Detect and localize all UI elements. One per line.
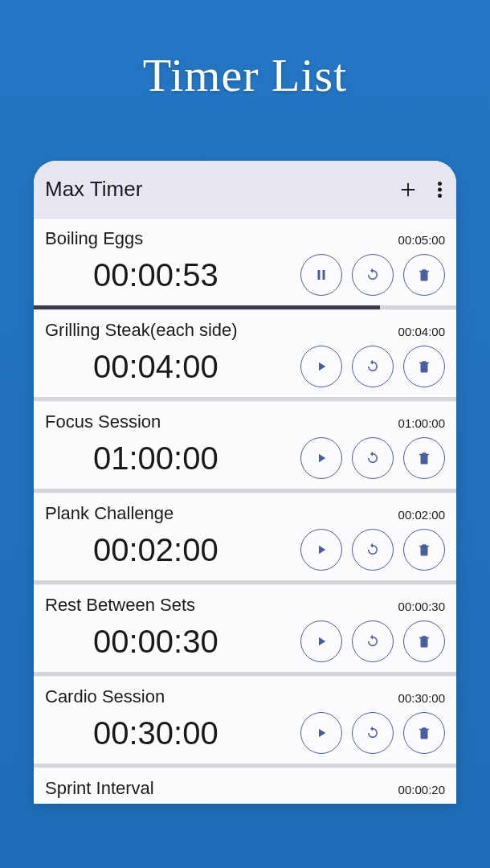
trash-icon <box>417 359 431 374</box>
plus-icon <box>399 181 417 199</box>
timer-item: Plank Challenge 00:02:00 00:02:00 <box>34 493 456 585</box>
delete-button[interactable] <box>403 712 445 754</box>
timer-list[interactable]: Boiling Eggs 00:05:00 00:00:53 <box>34 219 456 799</box>
svg-point-0 <box>438 182 442 186</box>
timer-body: 00:00:53 <box>45 254 445 305</box>
reset-button[interactable] <box>352 712 394 754</box>
timer-item-header: Cardio Session 00:30:00 <box>45 686 445 707</box>
page-title: Timer List <box>0 0 490 102</box>
reset-icon <box>365 542 380 557</box>
timer-duration: 00:02:00 <box>398 508 445 522</box>
timer-body: 00:02:00 <box>45 529 445 580</box>
timer-name: Cardio Session <box>45 686 165 707</box>
progress-bar <box>34 580 456 584</box>
menu-button[interactable] <box>438 182 442 198</box>
progress-bar <box>34 397 456 401</box>
add-timer-button[interactable] <box>399 181 417 199</box>
svg-point-1 <box>438 187 442 191</box>
timer-current: 00:30:00 <box>45 715 218 751</box>
delete-button[interactable] <box>403 254 445 296</box>
pause-icon <box>314 268 329 282</box>
reset-icon <box>365 634 380 649</box>
timer-duration: 00:04:00 <box>398 325 445 338</box>
timer-controls <box>300 620 445 662</box>
play-button[interactable] <box>300 620 342 662</box>
timer-current: 00:04:00 <box>45 349 218 385</box>
timer-item-header: Focus Session 01:00:00 <box>45 411 445 432</box>
timer-body: 00:04:00 <box>45 346 445 397</box>
timer-name: Boiling Eggs <box>45 228 143 249</box>
play-icon <box>314 542 329 557</box>
play-icon <box>314 726 329 740</box>
timer-item: Grilling Steak(each side) 00:04:00 00:04… <box>34 310 456 402</box>
header-actions <box>399 181 442 199</box>
timer-item-header: Sprint Interval 00:00:20 <box>45 778 445 799</box>
timer-item: Cardio Session 00:30:00 00:30:00 <box>34 677 456 768</box>
timer-item: Rest Between Sets 00:00:30 00:00:30 <box>34 585 456 677</box>
timer-name: Focus Session <box>45 411 161 432</box>
kebab-menu-icon <box>438 182 442 198</box>
timer-current: 01:00:00 <box>45 440 218 477</box>
delete-button[interactable] <box>403 437 445 479</box>
phone-frame: Max Timer Boiling Eggs 00:05:00 00:00:5 <box>34 161 456 804</box>
progress-fill <box>34 305 380 309</box>
delete-button[interactable] <box>403 346 445 387</box>
timer-item: Boiling Eggs 00:05:00 00:00:53 <box>34 219 456 310</box>
timer-body: 00:30:00 <box>45 712 445 764</box>
timer-body: 01:00:00 <box>45 437 445 489</box>
reset-icon <box>365 451 380 465</box>
timer-item-header: Grilling Steak(each side) 00:04:00 <box>45 320 445 341</box>
trash-icon <box>417 726 431 740</box>
reset-icon <box>365 726 380 740</box>
timer-controls <box>300 712 445 754</box>
reset-button[interactable] <box>352 620 394 662</box>
app-title: Max Timer <box>45 177 142 202</box>
app-header: Max Timer <box>34 161 456 219</box>
reset-icon <box>365 268 380 282</box>
timer-controls <box>300 254 445 296</box>
trash-icon <box>417 268 431 282</box>
play-icon <box>314 359 329 374</box>
timer-duration: 00:05:00 <box>398 233 445 247</box>
play-button[interactable] <box>300 529 342 571</box>
delete-button[interactable] <box>403 529 445 571</box>
timer-controls <box>300 437 445 479</box>
timer-name: Rest Between Sets <box>45 595 195 616</box>
timer-controls <box>300 346 445 387</box>
timer-duration: 00:00:20 <box>398 783 445 796</box>
progress-bar <box>34 305 456 309</box>
reset-icon <box>365 359 380 374</box>
timer-name: Sprint Interval <box>45 778 154 799</box>
play-icon <box>314 451 329 465</box>
play-button[interactable] <box>300 437 342 479</box>
timer-duration: 01:00:00 <box>398 416 445 430</box>
play-icon <box>314 634 329 649</box>
reset-button[interactable] <box>352 254 394 296</box>
timer-current: 00:00:30 <box>45 624 218 660</box>
pause-button[interactable] <box>300 254 342 296</box>
reset-button[interactable] <box>352 437 394 479</box>
timer-current: 00:02:00 <box>45 532 218 568</box>
reset-button[interactable] <box>352 346 394 387</box>
play-button[interactable] <box>300 712 342 754</box>
timer-item: Sprint Interval 00:00:20 <box>34 768 456 799</box>
timer-item-header: Boiling Eggs 00:05:00 <box>45 228 445 249</box>
progress-bar <box>34 764 456 768</box>
timer-duration: 00:00:30 <box>398 600 445 613</box>
progress-bar <box>34 672 456 676</box>
trash-icon <box>417 634 431 649</box>
reset-button[interactable] <box>352 529 394 571</box>
timer-item: Focus Session 01:00:00 01:00:00 <box>34 402 456 493</box>
timer-controls <box>300 529 445 571</box>
progress-bar <box>34 489 456 493</box>
timer-name: Plank Challenge <box>45 503 174 524</box>
timer-current: 00:00:53 <box>45 257 218 293</box>
play-button[interactable] <box>300 346 342 387</box>
delete-button[interactable] <box>403 620 445 662</box>
timer-item-header: Plank Challenge 00:02:00 <box>45 503 445 524</box>
timer-duration: 00:30:00 <box>398 691 445 705</box>
svg-point-2 <box>438 194 442 198</box>
trash-icon <box>417 451 431 465</box>
timer-body: 00:00:30 <box>45 620 445 672</box>
timer-name: Grilling Steak(each side) <box>45 320 238 341</box>
